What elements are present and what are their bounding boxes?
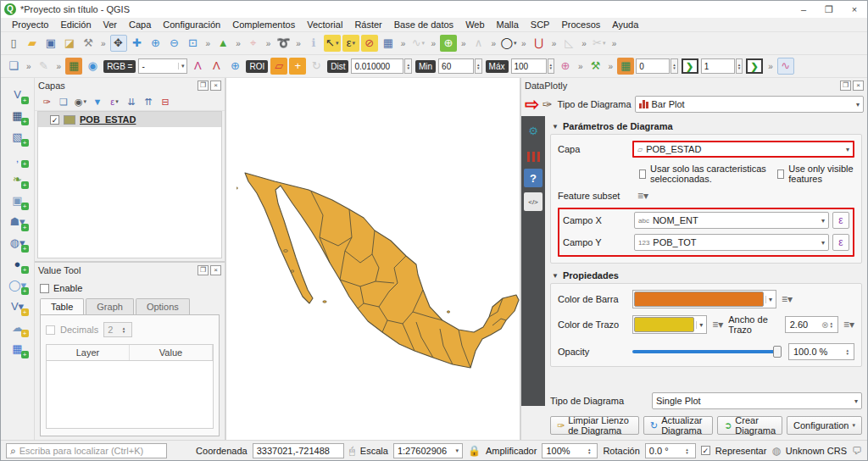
filter-by-expression-icon[interactable]: ε▾ <box>107 94 122 109</box>
menu-malla[interactable]: Malla <box>491 19 525 31</box>
collapse-all-icon[interactable]: ⇈ <box>141 94 156 109</box>
float-panel-icon[interactable]: ❐ <box>198 81 209 91</box>
menu-raster[interactable]: Ráster <box>348 19 387 31</box>
close-panel-icon[interactable]: × <box>210 81 221 91</box>
toolbar-overflow-chevron[interactable]: » <box>266 39 271 48</box>
min-spinner[interactable]: ▴▾ <box>475 58 482 74</box>
zoom-in-icon[interactable]: ⊕ <box>147 35 164 52</box>
expression-builder-button[interactable]: ε <box>832 234 849 251</box>
locator-search-input[interactable]: ⌕ Escriba para localizar (Ctrl+K) <box>6 443 167 458</box>
scale-combo[interactable]: 1:27602906▾ <box>393 443 463 458</box>
tab-options[interactable]: Options <box>136 298 190 314</box>
max-spinner[interactable]: ▴▾ <box>548 58 555 74</box>
toolbar-overflow-chevron[interactable]: » <box>492 39 497 48</box>
expression-builder-button[interactable]: ε <box>832 212 849 229</box>
select-features-icon[interactable]: ↖▾ <box>324 35 341 52</box>
toolbar-overflow-chevron[interactable]: » <box>581 39 587 48</box>
menu-procesos[interactable]: Procesos <box>555 19 606 31</box>
remove-layer-icon[interactable]: ⊟ <box>158 94 173 109</box>
toolbar-overflow-chevron[interactable]: » <box>578 62 583 71</box>
add-postgis-icon[interactable]: ☗▾ <box>8 212 28 230</box>
run-band2-button[interactable]: ❯ <box>746 58 763 74</box>
data-defined-override-icon[interactable]: ≡▾ <box>782 293 793 305</box>
manage-visibility-icon[interactable]: ◉▾ <box>73 94 88 109</box>
clear-value-icon[interactable]: ⊗ <box>821 320 828 330</box>
toolbar-overflow-chevron[interactable]: » <box>26 62 31 71</box>
new-project-icon[interactable]: ▯ <box>5 35 22 52</box>
toolbar-overflow-chevron[interactable]: » <box>552 39 557 48</box>
digitize-icon[interactable]: ✎ <box>36 58 53 75</box>
add-vector-layer-icon[interactable]: V <box>8 85 28 103</box>
open-attribute-table-icon[interactable]: ▦ <box>380 35 397 52</box>
opacity-spinbox[interactable]: 100.0 % ▴▾ <box>788 343 854 360</box>
menu-complementos[interactable]: Complementos <box>226 19 301 31</box>
add-wfs-icon[interactable]: ◯▾ <box>8 275 28 294</box>
lock-scale-icon[interactable]: 🔒 <box>468 445 481 457</box>
capa-combo[interactable]: ▱ POB_ESTAD▾ <box>632 141 854 158</box>
band-spin1[interactable]: 0 <box>636 58 670 74</box>
opacity-slider[interactable] <box>632 350 782 353</box>
toolbar-overflow-chevron[interactable]: » <box>609 62 614 71</box>
coordinate-value[interactable]: 3337021,-721488 <box>253 443 344 458</box>
create-plot-button[interactable]: ➲Crear Diagrama <box>717 416 782 435</box>
plot-settings-tab-icon[interactable]: ⚙ <box>524 121 542 140</box>
decimals-checkbox[interactable] <box>46 325 55 335</box>
toolbar-overflow-chevron[interactable]: » <box>296 39 301 48</box>
dist-spinner[interactable]: ▴▾ <box>404 58 412 74</box>
save-project-icon[interactable]: ▣ <box>42 35 59 52</box>
project-properties-icon[interactable]: ⚒ <box>80 35 97 52</box>
mouse-position-icon[interactable]: 🖰 <box>349 445 355 457</box>
select-by-expression-icon[interactable]: ε▾ <box>342 35 359 52</box>
measure-tool-icon[interactable]: ◺ <box>560 35 577 52</box>
column-header-layer[interactable]: Layer <box>47 345 130 360</box>
menu-ver[interactable]: Ver <box>97 19 124 31</box>
filter-legend-icon[interactable]: ▼ <box>90 94 105 109</box>
tab-table[interactable]: Table <box>40 298 84 314</box>
plot-type-combo[interactable]: Bar Plot▾ <box>635 96 864 113</box>
menu-capa[interactable]: Capa <box>123 19 157 31</box>
rotation-spinbox[interactable]: 0.0 °▴▾ <box>645 443 696 458</box>
add-mesh-layer-icon[interactable]: ▧ <box>8 127 28 146</box>
bar-color-picker[interactable]: ▾ <box>632 290 776 308</box>
menu-scp[interactable]: SCP <box>525 19 556 31</box>
float-panel-icon[interactable]: ❐ <box>840 81 851 91</box>
collapse-triangle-icon[interactable]: ▼ <box>552 272 559 280</box>
menu-base-de-datos[interactable]: Base de datos <box>388 19 459 31</box>
add-wms-icon[interactable]: ◍▾ <box>8 233 28 252</box>
plot-list-tab-icon[interactable] <box>524 145 542 164</box>
campo-x-combo[interactable]: abc NOM_ENT▾ <box>634 212 829 229</box>
collapse-triangle-icon[interactable]: ▼ <box>552 123 559 131</box>
roi-zoom-icon[interactable]: ⊕ <box>226 58 243 75</box>
close-panel-icon[interactable]: × <box>853 81 864 91</box>
layer-visibility-checkbox[interactable]: ✓ <box>50 115 59 125</box>
snapping-magnet-icon[interactable]: ⋃ <box>531 35 548 52</box>
menu-configuracion[interactable]: Configuración <box>157 19 226 31</box>
map-canvas[interactable] <box>226 78 521 440</box>
crs-label[interactable]: Unknown CRS <box>786 446 847 456</box>
min-input[interactable]: 60 <box>438 58 474 74</box>
toolbar-overflow-chevron[interactable]: » <box>101 39 106 48</box>
maximize-button[interactable]: ❐ <box>816 2 842 18</box>
campo-y-combo[interactable]: 123 POB_TOT▾ <box>634 234 829 251</box>
toolbar-overflow-chevron[interactable]: » <box>57 62 62 71</box>
paintbrush-icon[interactable]: ✑ <box>542 97 553 111</box>
expand-all-icon[interactable]: ⇊ <box>124 94 139 109</box>
use-selected-checkbox[interactable] <box>639 169 646 179</box>
add-virtual-layer-icon[interactable]: V▾ <box>8 297 28 315</box>
stroke-color-picker[interactable]: ▾ <box>632 315 707 334</box>
roi-add-icon[interactable]: + <box>289 58 306 75</box>
crs-globe-icon[interactable]: ◍ <box>771 445 780 457</box>
use-visible-checkbox[interactable] <box>777 169 784 179</box>
run-band1-button[interactable]: ❯ <box>682 58 698 74</box>
menu-edicion[interactable]: Edición <box>54 19 97 31</box>
scp-bandset-icon[interactable]: ▦ <box>65 58 82 75</box>
roi-polygon-icon[interactable]: ▱ <box>270 58 287 75</box>
zoom-full-icon[interactable]: ⊡ <box>185 35 202 52</box>
minimize-button[interactable]: – <box>791 2 816 18</box>
band-spin2-arrows[interactable]: ▴▾ <box>736 58 743 74</box>
magnifier-spinbox[interactable]: 100%▴▾ <box>542 443 598 458</box>
menu-proyecto[interactable]: Proyecto <box>6 19 54 31</box>
roi-undo-icon[interactable]: ↻ <box>308 58 325 75</box>
scp-tools-icon[interactable]: ⚒ <box>587 58 604 75</box>
menu-ayuda[interactable]: Ayuda <box>606 19 644 31</box>
